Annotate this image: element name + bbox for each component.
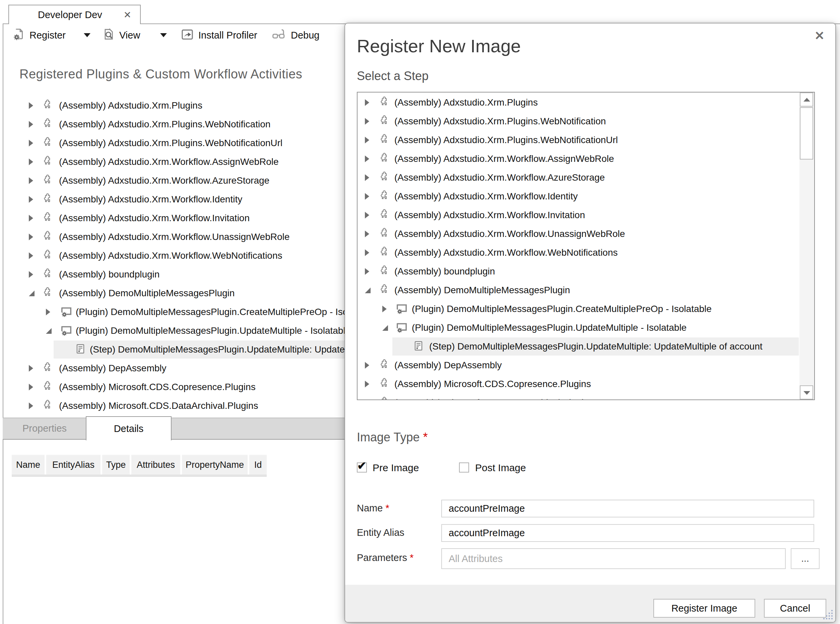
expander-collapsed-icon[interactable] bbox=[29, 121, 33, 128]
scrollbar-down-button[interactable] bbox=[800, 385, 813, 400]
column-header[interactable]: Type bbox=[102, 454, 130, 474]
tree-item[interactable]: (Assembly) Microsoft.CDS.Copresence.Plug… bbox=[358, 375, 799, 394]
column-header[interactable]: Attributes bbox=[131, 454, 180, 474]
tree-item[interactable]: (Plugin) DemoMultipleMessagesPlugin.Crea… bbox=[3, 303, 344, 321]
tree-item-selected[interactable]: (Step) DemoMultipleMessagesPlugin.Update… bbox=[3, 340, 344, 359]
expander-collapsed-icon[interactable] bbox=[365, 249, 369, 256]
expander-collapsed-icon[interactable] bbox=[365, 156, 369, 162]
expander-collapsed-icon[interactable] bbox=[29, 215, 33, 221]
register-dropdown-caret-icon[interactable] bbox=[84, 33, 91, 37]
expander-collapsed-icon[interactable] bbox=[365, 362, 369, 369]
parameters-browse-button[interactable]: ... bbox=[791, 548, 820, 569]
expander-collapsed-icon[interactable] bbox=[29, 102, 33, 109]
tree-item[interactable]: (Assembly) boundplugin bbox=[3, 265, 344, 284]
debug-button[interactable] bbox=[272, 25, 286, 45]
expander-expanded-icon[interactable] bbox=[382, 325, 388, 331]
tree-item[interactable]: (Assembly) Adxstudio.Xrm.Plugins.WebNoti… bbox=[3, 115, 344, 134]
tree-item[interactable]: (Plugin) DemoMultipleMessagesPlugin.Upda… bbox=[358, 318, 799, 337]
column-header[interactable]: Id bbox=[249, 454, 267, 474]
tree-item[interactable]: (Assembly) Adxstudio.Xrm.Workflow.WebNot… bbox=[358, 243, 799, 262]
expander-collapsed-icon[interactable] bbox=[382, 306, 387, 312]
tab-properties[interactable]: Properties bbox=[3, 417, 86, 439]
register-button[interactable] bbox=[13, 25, 25, 45]
tree-item[interactable]: (Assembly) Adxstudio.Xrm.Workflow.Assign… bbox=[3, 153, 344, 171]
view-button[interactable] bbox=[102, 25, 115, 45]
tree-item[interactable]: (Assembly) Adxstudio.Xrm.Plugins.WebNoti… bbox=[358, 131, 799, 150]
expander-expanded-icon[interactable] bbox=[46, 328, 52, 334]
expander-collapsed-icon[interactable] bbox=[29, 252, 33, 259]
expander-collapsed-icon[interactable] bbox=[365, 268, 369, 275]
pre-image-checkbox[interactable] bbox=[357, 462, 367, 473]
expander-expanded-icon[interactable] bbox=[29, 290, 34, 296]
resize-grip[interactable] bbox=[822, 609, 833, 620]
expander-collapsed-icon[interactable] bbox=[29, 177, 33, 184]
scrollbar-up-button[interactable] bbox=[800, 93, 813, 107]
scrollbar[interactable] bbox=[800, 93, 814, 400]
expander-collapsed-icon[interactable] bbox=[29, 196, 33, 203]
expander-collapsed-icon[interactable] bbox=[46, 309, 50, 315]
expander-collapsed-icon[interactable] bbox=[365, 99, 369, 106]
tree-item[interactable]: (Assembly) Adxstudio.Xrm.Workflow.Assign… bbox=[358, 150, 799, 168]
expander-collapsed-icon[interactable] bbox=[29, 403, 33, 409]
register-label[interactable]: Register bbox=[29, 30, 66, 41]
scrollbar-thumb[interactable] bbox=[800, 107, 813, 159]
dialog-close-icon[interactable]: ✕ bbox=[815, 29, 825, 43]
install-profiler-label[interactable]: Install Profiler bbox=[198, 30, 257, 41]
expander-collapsed-icon[interactable] bbox=[29, 233, 33, 240]
tab-details[interactable]: Details bbox=[86, 416, 171, 440]
tree-item[interactable]: (Assembly) Adxstudio.Xrm.Workflow.Unassi… bbox=[358, 224, 799, 243]
tab-close-icon[interactable]: ✕ bbox=[124, 9, 131, 20]
cancel-button[interactable]: Cancel bbox=[764, 599, 826, 618]
parameters-field[interactable] bbox=[441, 548, 786, 569]
expander-collapsed-icon[interactable] bbox=[29, 159, 33, 165]
column-header[interactable]: Name bbox=[12, 454, 45, 474]
expander-collapsed-icon[interactable] bbox=[29, 271, 33, 278]
tree-item[interactable]: (Plugin) DemoMultipleMessagesPlugin.Crea… bbox=[358, 300, 799, 318]
entity-alias-field[interactable] bbox=[441, 524, 814, 542]
expander-collapsed-icon[interactable] bbox=[365, 400, 369, 400]
tree-item[interactable]: (Assembly) DemoMultipleMessagesPlugin bbox=[358, 281, 799, 300]
tree-item[interactable]: (Assembly) Adxstudio.Xrm.Workflow.Identi… bbox=[3, 190, 344, 209]
post-image-checkbox[interactable] bbox=[459, 462, 469, 473]
tree-item[interactable]: (Assembly) Microsoft.CDS.DataArchival.Pl… bbox=[358, 394, 799, 400]
tree-item[interactable]: (Assembly) DepAssembly bbox=[3, 359, 344, 378]
expander-collapsed-icon[interactable] bbox=[365, 381, 369, 388]
tree-item[interactable]: (Assembly) Adxstudio.Xrm.Plugins bbox=[358, 93, 799, 112]
tree-item[interactable]: (Assembly) DepAssembly bbox=[358, 356, 799, 375]
expander-collapsed-icon[interactable] bbox=[29, 365, 33, 372]
debug-label[interactable]: Debug bbox=[291, 30, 319, 41]
expander-collapsed-icon[interactable] bbox=[365, 230, 369, 237]
tree-item-selected[interactable]: (Step) DemoMultipleMessagesPlugin.Update… bbox=[358, 337, 799, 356]
tree-item[interactable]: (Assembly) DemoMultipleMessagesPlugin bbox=[3, 284, 344, 303]
tree-item[interactable]: (Assembly) Adxstudio.Xrm.Plugins.WebNoti… bbox=[358, 112, 799, 131]
tree-item[interactable]: (Assembly) boundplugin bbox=[358, 262, 799, 281]
tree-item[interactable]: (Assembly) Adxstudio.Xrm.Workflow.Invita… bbox=[358, 206, 799, 224]
expander-collapsed-icon[interactable] bbox=[365, 174, 369, 181]
tree-item[interactable]: (Assembly) Adxstudio.Xrm.Workflow.Unassi… bbox=[3, 227, 344, 246]
tree-item[interactable]: (Assembly) Adxstudio.Xrm.Plugins.WebNoti… bbox=[3, 134, 344, 153]
view-dropdown-caret-icon[interactable] bbox=[160, 33, 167, 37]
expander-collapsed-icon[interactable] bbox=[29, 140, 33, 147]
column-header[interactable]: EntityAlias bbox=[46, 454, 100, 474]
expander-expanded-icon[interactable] bbox=[365, 287, 371, 293]
tree-item[interactable]: (Assembly) Adxstudio.Xrm.Plugins bbox=[3, 96, 344, 115]
register-image-button[interactable]: Register Image bbox=[653, 599, 755, 618]
expander-collapsed-icon[interactable] bbox=[365, 193, 369, 200]
tree-item[interactable]: (Assembly) Adxstudio.Xrm.Workflow.Invita… bbox=[3, 209, 344, 227]
tree-item[interactable]: (Assembly) Adxstudio.Xrm.Workflow.AzureS… bbox=[3, 171, 344, 190]
tree-item[interactable]: (Assembly) Microsoft.CDS.Copresence.Plug… bbox=[3, 378, 344, 397]
expander-collapsed-icon[interactable] bbox=[365, 118, 369, 125]
install-profiler-button[interactable] bbox=[181, 25, 194, 45]
expander-collapsed-icon[interactable] bbox=[365, 137, 369, 144]
expander-collapsed-icon[interactable] bbox=[29, 384, 33, 391]
tree-item[interactable]: (Assembly) Adxstudio.Xrm.Workflow.WebNot… bbox=[3, 246, 344, 265]
tree-item[interactable]: (Plugin) DemoMultipleMessagesPlugin.Upda… bbox=[3, 321, 344, 340]
tree-item[interactable]: (Assembly) Adxstudio.Xrm.Workflow.AzureS… bbox=[358, 168, 799, 187]
tree-item[interactable]: (Assembly) Microsoft.CDS.DataArchival.Pl… bbox=[3, 397, 344, 412]
name-field[interactable] bbox=[441, 500, 814, 517]
view-label[interactable]: View bbox=[119, 30, 140, 41]
tree-item[interactable]: (Assembly) Adxstudio.Xrm.Workflow.Identi… bbox=[358, 187, 799, 206]
expander-collapsed-icon[interactable] bbox=[365, 212, 369, 218]
column-header[interactable]: PropertyName bbox=[182, 454, 248, 474]
tab-developer-dev[interactable]: Developer Dev ✕ bbox=[8, 5, 141, 24]
